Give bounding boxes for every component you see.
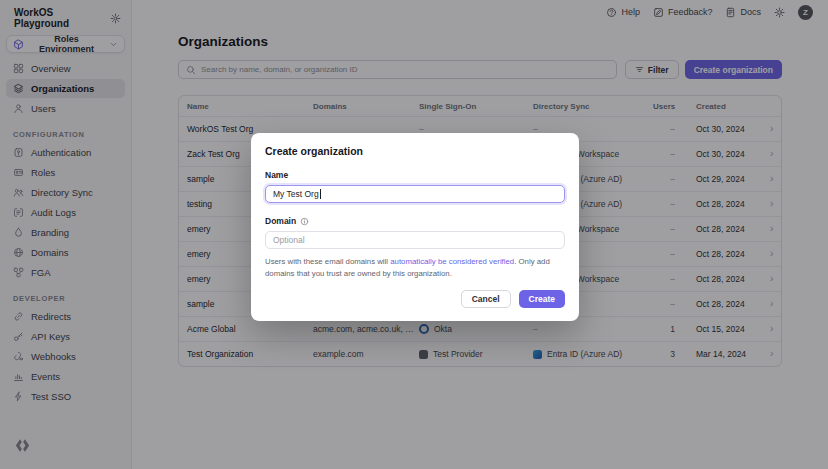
info-icon[interactable] — [300, 217, 309, 226]
create-organization-modal: Create organization Name My Test Org Dom… — [251, 133, 579, 321]
create-button[interactable]: Create — [519, 290, 565, 308]
text-caret — [320, 189, 321, 199]
name-label: Name — [265, 170, 565, 180]
name-input[interactable]: My Test Org — [265, 185, 565, 203]
app-root: WorkOS Playground Roles Environment Over… — [0, 0, 828, 469]
domain-label: Domain — [265, 216, 565, 226]
name-input-value: My Test Org — [273, 189, 319, 199]
modal-footer: Cancel Create — [265, 290, 565, 308]
verified-link[interactable]: automatically be considered verified — [390, 257, 514, 266]
modal-title: Create organization — [265, 145, 565, 157]
cancel-button[interactable]: Cancel — [461, 290, 511, 308]
domain-placeholder: Optional — [273, 235, 305, 245]
domain-helper-text: Users with these email domains will auto… — [265, 256, 565, 279]
domain-input[interactable]: Optional — [265, 231, 565, 249]
